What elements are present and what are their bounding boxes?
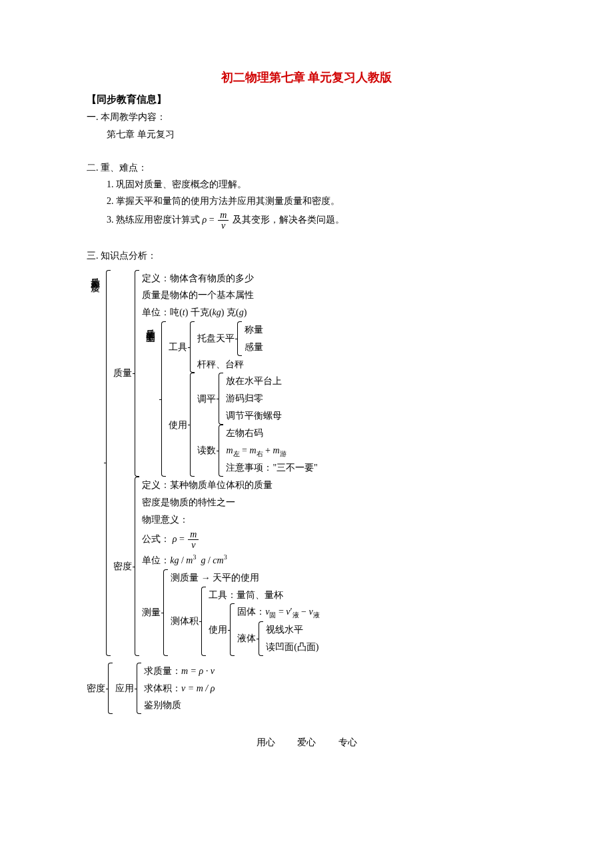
text: ) 克( [221,307,239,317]
text: 求质量： [144,666,181,676]
section-2-heading: 二. 重、难点： [87,159,526,176]
tool-balance: 托盘天平 [197,330,237,347]
sub: 固 [269,611,276,619]
liq2: 读凹面(凸面) [266,639,526,656]
numerator: m [188,529,199,540]
tool-label: 工具 [169,339,190,355]
text: ) 千克( [185,307,213,317]
density-meaning: 物理意义： [142,511,526,529]
text: 固体： [237,607,265,617]
page-title: 初二物理第七章 单元复习人教版 [87,67,526,88]
formula: v = m / ρ [181,683,215,693]
use-label: 使用 [169,417,190,433]
liq1: 视线水平 [266,621,526,639]
adj2: 游码归零 [226,390,526,407]
density-unit: 单位：kg / m3 g / cm3 [142,551,526,569]
read2: m左 = m右 + m游 [226,442,526,460]
page-footer: 用心 爱心 专心 [87,734,526,751]
read-label: 读数 [197,442,219,459]
sym: kg [213,307,221,317]
text: ) [244,307,247,317]
sym: m [273,445,279,455]
mass-def: 定义：物体含有物质的多少 [142,270,526,287]
density-label: 密度 [113,558,135,575]
text: 公式： [142,534,170,544]
app3: 鉴别物质 [144,697,526,714]
symbol-rho: ρ [203,215,207,225]
sym: m [249,445,256,455]
density-formula: 公式： ρ = m v [142,529,526,551]
text: + [263,445,273,455]
sub: 液 [313,611,320,619]
text: 3. 熟练应用密度计算式 [107,215,200,225]
adj1: 放在水平台上 [226,373,526,390]
knowledge-diagram: 质量和密度 质量 定义：物体含有物质的多少 质量是物体的一个基本属性 单位：吨(… [87,270,526,715]
text: − [299,607,309,617]
tool2: 杆秤、台秤 [197,356,526,373]
text: 求体积： [144,683,181,693]
fraction: m v [218,210,229,231]
footer-c: 专心 [338,737,357,747]
section-3-heading: 三. 知识点分析： [87,247,526,264]
footer-a: 用心 [257,737,275,747]
formula: m = ρ · v [181,666,215,676]
app-root-label: 密度 [87,680,108,697]
sub: 右 [257,449,263,457]
sym: cm [213,555,223,565]
app1: 求质量：m = ρ · v [144,663,526,680]
measure-vol-label: 测体积 [171,613,201,629]
solid-formula: 固体：v固 = v′液 − v液 [237,603,526,621]
sym: m [186,555,193,565]
text: 单位：吨( [142,307,183,317]
tool1a: 称量 [245,321,526,339]
app-label: 应用 [115,680,137,697]
section-1-line: 第七章 单元复习 [107,126,526,143]
section-2-line1: 1. 巩固对质量、密度概念的理解。 [107,176,526,193]
adjust-label: 调平 [197,391,219,407]
text: = [209,215,217,225]
read3: 注意事项："三不一要" [226,459,526,477]
denominator: v [218,221,229,231]
text: = [177,534,187,544]
read1: 左物右码 [226,425,526,442]
document-page: 初二物理第七章 单元复习人教版 【同步教育信息】 一. 本周教学内容： 第七章 … [0,0,613,777]
sym: g [201,555,205,565]
vol-tool: 工具：量筒、量杯 [209,587,526,604]
fraction: m v [188,529,199,551]
root-label: 质量和密度 [87,270,106,656]
tool1b: 感量 [245,339,526,356]
text: 及其变形，解决各类问题。 [233,215,344,225]
section-2-line3: 3. 熟练应用密度计算式 ρ = m v 及其变形，解决各类问题。 [107,210,526,231]
liquid-label: 液体 [237,630,259,647]
sym: kg [170,555,179,565]
density-prop: 密度是物质的特性之一 [142,494,526,511]
sub: 液 [293,611,299,619]
density-measure-label: 测量 [142,604,163,621]
adj3: 调节平衡螺母 [226,407,526,425]
sym: g [239,307,244,317]
mass-unit: 单位：吨(t) 千克(kg) 克(g) [142,304,526,321]
text: = [240,445,250,455]
denominator: v [188,540,199,550]
text: 单位： [142,555,170,565]
vol-use-label: 使用 [209,621,230,638]
measure-mass: 测质量 → 天平的使用 [171,569,526,587]
mass-prop: 质量是物体的一个基本属性 [142,287,526,304]
footer-b: 爱心 [297,737,316,747]
section-heading: 【同步教育信息】 [87,91,526,109]
sym: m [226,445,233,455]
sub: 游 [280,449,287,457]
section-1-heading: 一. 本周教学内容： [87,109,526,125]
sub: 左 [233,449,240,457]
numerator: m [218,210,229,221]
section-2-line2: 2. 掌握天平和量筒的使用方法并应用其测量质量和密度。 [107,193,526,209]
mass-label: 质量 [113,365,135,381]
density-def: 定义：某种物质单位体积的质量 [142,477,526,494]
mass-measure-label: 质量的测量 [142,321,161,477]
app2: 求体积：v = m / ρ [144,680,526,697]
